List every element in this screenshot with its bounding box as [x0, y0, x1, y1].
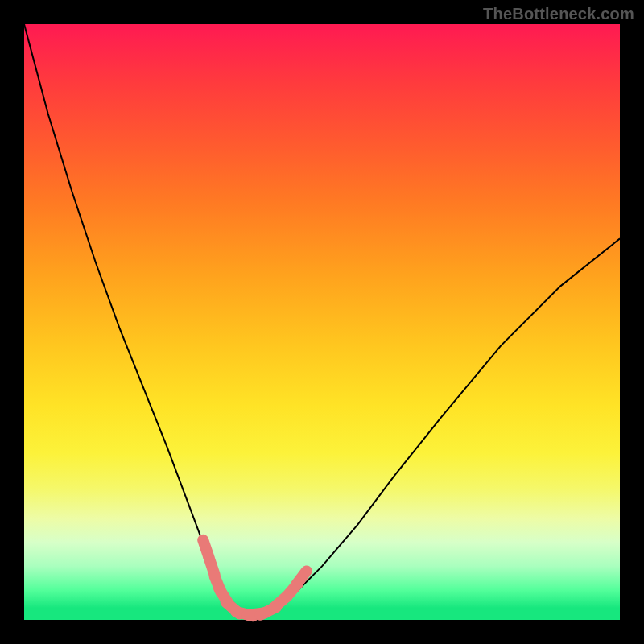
chart-frame: TheBottleneck.com: [0, 0, 644, 644]
curve-group: [24, 24, 620, 614]
marker-group: [203, 540, 307, 617]
chart-svg: [24, 24, 620, 620]
bottleneck-curve: [24, 24, 620, 614]
plot-area: [24, 24, 620, 620]
watermark-label: TheBottleneck.com: [483, 5, 634, 23]
